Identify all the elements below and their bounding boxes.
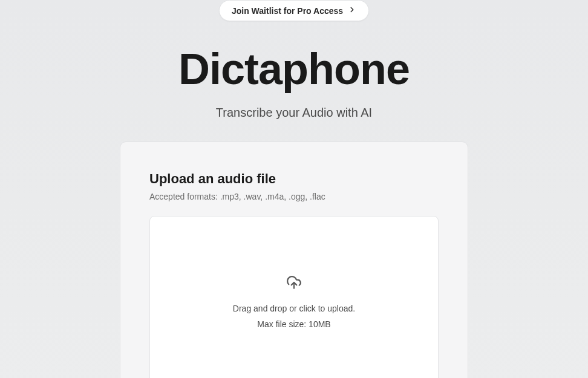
page-title: Dictaphone [178,44,410,94]
upload-card: Upload an audio file Accepted formats: .… [120,142,468,378]
dropzone-instruction: Drag and drop or click to upload. [233,304,355,313]
waitlist-button-label: Join Waitlist for Pro Access [232,6,343,16]
cloud-upload-icon [286,275,302,304]
upload-dropzone[interactable]: Drag and drop or click to upload. Max fi… [149,216,439,378]
upload-card-title: Upload an audio file [149,171,439,187]
chevron-right-icon [348,5,356,16]
page-container: Join Waitlist for Pro Access Dictaphone … [0,0,588,378]
dropzone-max-size: Max file size: 10MB [257,319,330,329]
upload-accepted-formats: Accepted formats: .mp3, .wav, .m4a, .ogg… [149,192,439,201]
waitlist-button[interactable]: Join Waitlist for Pro Access [219,0,369,21]
page-subtitle: Transcribe your Audio with AI [216,106,372,120]
